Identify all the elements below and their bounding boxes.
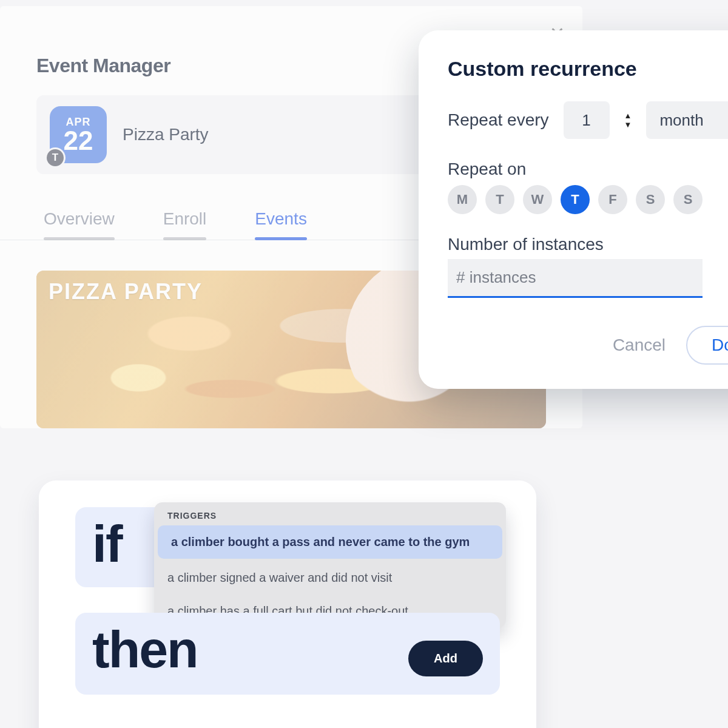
interval-stepper[interactable]: ▲ ▼	[624, 113, 632, 127]
add-action-button[interactable]: Add	[408, 641, 483, 676]
day-tue[interactable]: T	[485, 185, 514, 214]
tab-events[interactable]: Events	[255, 198, 307, 240]
instances-label: Number of instances	[448, 235, 728, 254]
triggers-dropdown[interactable]: TRIGGERS a climber bought a pass and nev…	[154, 502, 506, 628]
triggers-label: TRIGGERS	[154, 502, 506, 525]
day-picker: M T W T F S S	[448, 185, 728, 214]
day-fri[interactable]: F	[598, 185, 627, 214]
hero-title: PIZZA PARTY	[49, 279, 203, 305]
instances-input[interactable]	[448, 259, 703, 298]
rule-then-block: then Add	[75, 613, 500, 695]
repeat-unit-select[interactable]: month	[646, 101, 728, 139]
trigger-option[interactable]: a climber signed a waiver and did not vi…	[154, 561, 506, 595]
repeat-every-label: Repeat every	[448, 110, 549, 130]
cancel-button[interactable]: Cancel	[613, 335, 666, 355]
repeat-on-label: Repeat on	[448, 160, 728, 179]
day-sun[interactable]: S	[673, 185, 703, 214]
day-wed[interactable]: W	[523, 185, 552, 214]
day-sat[interactable]: S	[636, 185, 665, 214]
dialog-title: Custom recurrence	[448, 57, 728, 81]
stepper-down-icon[interactable]: ▼	[624, 122, 632, 127]
repeat-interval-input[interactable]	[564, 101, 610, 139]
event-name: Pizza Party	[123, 125, 209, 144]
event-type-badge: T	[45, 147, 66, 168]
tab-overview[interactable]: Overview	[44, 198, 115, 240]
rule-if-block: if TRIGGERS a climber bought a pass and …	[75, 507, 500, 587]
rules-card: if TRIGGERS a climber bought a pass and …	[39, 480, 536, 728]
recurrence-dialog: Custom recurrence Repeat every ▲ ▼ month…	[419, 30, 728, 389]
day-thu[interactable]: T	[561, 185, 590, 214]
done-button[interactable]: Done	[686, 326, 728, 365]
tab-enroll[interactable]: Enroll	[163, 198, 207, 240]
event-day: 22	[64, 127, 93, 154]
rule-keyword-if: if	[92, 519, 122, 569]
day-mon[interactable]: M	[448, 185, 477, 214]
trigger-option[interactable]: a climber bought a pass and never came t…	[158, 525, 502, 559]
rule-keyword-then: then	[92, 625, 198, 675]
event-date-badge: APR 22 T	[50, 106, 107, 163]
page-title: Event Manager	[36, 55, 170, 77]
stepper-up-icon[interactable]: ▲	[624, 113, 632, 118]
